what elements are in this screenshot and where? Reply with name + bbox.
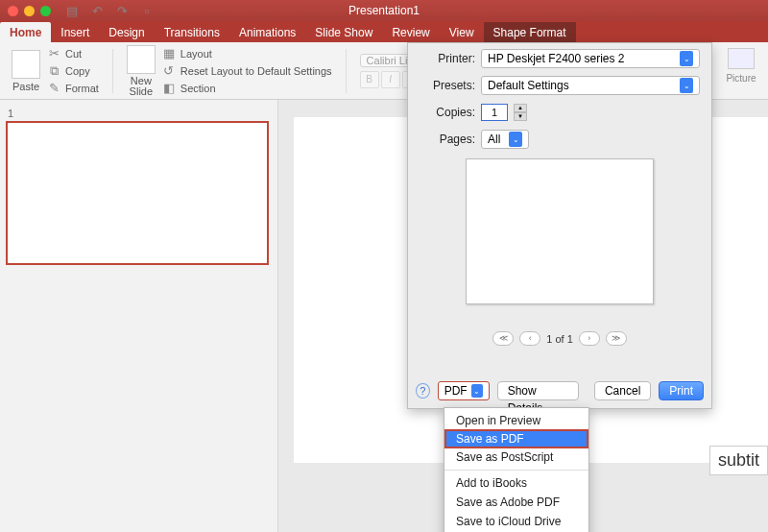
tab-review[interactable]: Review: [382, 22, 439, 42]
close-window[interactable]: [8, 6, 18, 16]
minimize-window[interactable]: [24, 6, 35, 16]
tab-insert[interactable]: Insert: [51, 22, 99, 42]
cut-button[interactable]: ✂Cut: [46, 46, 99, 61]
tab-animations[interactable]: Animations: [229, 22, 305, 42]
show-details-button[interactable]: Show Details: [497, 381, 579, 400]
layout-button[interactable]: ▦Layout: [161, 46, 332, 61]
tab-transitions[interactable]: Transitions: [155, 22, 229, 42]
copies-label: Copies:: [420, 106, 475, 119]
menu-save-postscript[interactable]: Save as PostScript: [444, 447, 588, 467]
slide-thumb-1[interactable]: [6, 121, 269, 265]
menu-add-ibooks[interactable]: Add to iBooks: [444, 473, 588, 493]
menu-save-as-pdf[interactable]: Save as PDF: [444, 429, 588, 448]
new-slide-icon[interactable]: [127, 45, 156, 74]
printer-select[interactable]: HP Deskjet F2400 series 2 ⌄: [481, 49, 700, 68]
tab-shape-format[interactable]: Shape Format: [484, 22, 576, 42]
picture-icon[interactable]: [728, 48, 755, 69]
copies-input[interactable]: [481, 104, 508, 121]
menu-open-preview[interactable]: Open in Preview: [444, 411, 588, 430]
copy-button[interactable]: ⧉Copy: [46, 63, 99, 79]
pdf-dropdown-button[interactable]: PDF ⌄: [438, 381, 490, 400]
cut-icon: ✂: [46, 46, 61, 61]
prev-page-button[interactable]: ‹: [519, 331, 540, 346]
section-button[interactable]: ◧Section: [161, 81, 332, 96]
bold-button[interactable]: B: [360, 71, 379, 88]
pages-select[interactable]: All ⌄: [481, 130, 529, 149]
printer-label: Printer:: [420, 52, 475, 65]
reset-button[interactable]: ↺Reset Layout to Default Settings: [161, 63, 332, 79]
titlebar: ▤ ↶ ↷ ▫ Presentation1: [0, 0, 768, 21]
slide-thumbnails: 1: [0, 100, 278, 532]
first-page-button[interactable]: ≪: [492, 331, 514, 346]
undo-icon[interactable]: ↶: [89, 3, 105, 18]
format-painter-icon: ✎: [46, 81, 61, 96]
last-page-button[interactable]: ≫: [606, 331, 627, 346]
window-controls: [8, 6, 51, 16]
chevron-updown-icon: ⌄: [680, 51, 693, 66]
reset-icon: ↺: [161, 63, 177, 79]
print-dialog: Printer: HP Deskjet F2400 series 2 ⌄ Pre…: [407, 42, 712, 409]
chevron-updown-icon: ⌄: [680, 78, 693, 93]
copy-icon: ⧉: [46, 63, 61, 79]
ribbon-tabs: Home Insert Design Transitions Animation…: [0, 21, 768, 42]
picture-group: Picture: [724, 48, 758, 84]
page-indicator: 1 of 1: [546, 333, 573, 345]
quick-access-toolbar: ▤ ↶ ↷ ▫: [64, 3, 155, 18]
copies-stepper[interactable]: ▲▼: [514, 104, 527, 121]
tab-design[interactable]: Design: [99, 22, 154, 42]
section-icon: ◧: [161, 81, 177, 96]
page-navigator: ≪ ‹ 1 of 1 › ≫: [408, 331, 711, 346]
presets-label: Presets:: [420, 79, 475, 92]
help-button[interactable]: ?: [416, 383, 430, 399]
cancel-button[interactable]: Cancel: [594, 381, 651, 400]
menu-save-adobe-pdf[interactable]: Save as Adobe PDF: [444, 493, 588, 512]
chevron-updown-icon: ⌄: [509, 132, 522, 147]
format-button[interactable]: ✎Format: [46, 81, 99, 96]
tab-view[interactable]: View: [440, 22, 484, 42]
tab-slideshow[interactable]: Slide Show: [305, 22, 382, 42]
chevron-down-icon: ⌄: [471, 384, 483, 398]
new-slide-label: New Slide: [130, 76, 153, 97]
italic-button[interactable]: I: [381, 71, 400, 88]
window-title: Presentation1: [348, 4, 420, 17]
zoom-window[interactable]: [40, 6, 51, 16]
menu-save-icloud[interactable]: Save to iCloud Drive: [444, 512, 588, 531]
save-icon[interactable]: ▤: [64, 3, 80, 18]
redo-icon[interactable]: ↷: [114, 3, 130, 18]
thumb-number: 1: [8, 108, 272, 119]
paste-label: Paste: [12, 81, 39, 92]
tab-home[interactable]: Home: [0, 22, 51, 42]
pdf-menu: Open in Preview Save as PDF Save as Post…: [444, 407, 589, 532]
menu-divider: [444, 470, 588, 471]
paste-icon[interactable]: [12, 50, 40, 79]
subtitle-placeholder[interactable]: subtit: [709, 446, 768, 475]
print-preview: [466, 158, 654, 304]
layout-icon: ▦: [161, 46, 177, 61]
pages-label: Pages:: [420, 133, 475, 146]
presets-select[interactable]: Default Settings ⌄: [481, 76, 700, 95]
print-button[interactable]: Print: [659, 381, 704, 400]
next-page-button[interactable]: ›: [579, 331, 600, 346]
doc-icon[interactable]: ▫: [139, 3, 155, 18]
